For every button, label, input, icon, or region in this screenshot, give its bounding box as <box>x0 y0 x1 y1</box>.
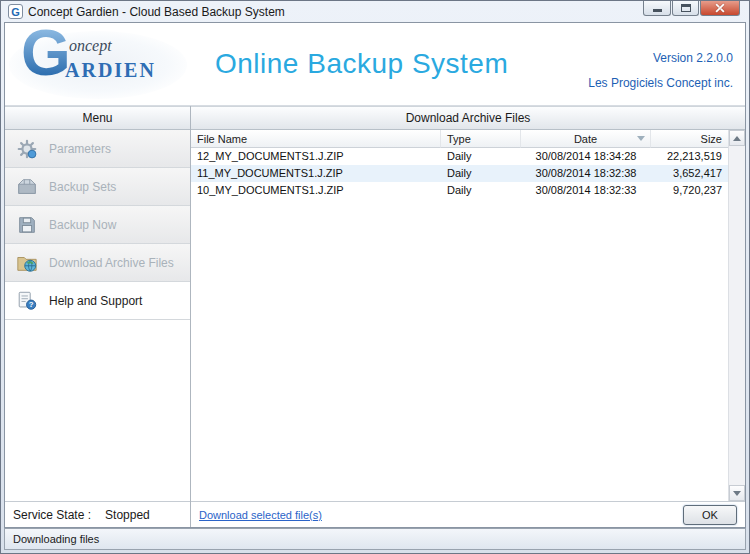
sidebar: Menu Parameters <box>5 106 191 527</box>
column-label: File Name <box>197 133 247 145</box>
maximize-icon <box>681 4 691 12</box>
minimize-icon <box>653 9 662 12</box>
cell-date: 30/08/2014 18:32:38 <box>521 165 651 182</box>
column-header-size[interactable]: Size <box>651 130 728 148</box>
body: Menu Parameters <box>5 106 745 527</box>
sidebar-item-label: Download Archive Files <box>49 256 174 270</box>
sidebar-item-parameters[interactable]: Parameters <box>5 130 190 168</box>
cell-file-name: 11_MY_DOCUMENTS1.J.ZIP <box>191 165 441 182</box>
close-icon <box>714 2 726 14</box>
logo-text-gardien: ARDIEN <box>65 59 156 82</box>
archive-files-table: File Name Type Date Size <box>191 130 745 501</box>
save-disk-icon <box>15 214 39 236</box>
sidebar-item-label: Help and Support <box>49 294 142 308</box>
backup-sets-icon <box>15 176 39 198</box>
main-panel: Download Archive Files File Name Type Da… <box>191 106 745 527</box>
service-state-value: Stopped <box>105 508 150 522</box>
grid-rows: 12_MY_DOCUMENTS1.J.ZIP Daily 30/08/2014 … <box>191 148 728 501</box>
app-logo: G oncept ARDIEN <box>5 23 193 105</box>
grid: File Name Type Date Size <box>191 130 728 501</box>
sidebar-item-label: Backup Now <box>49 218 116 232</box>
ok-button[interactable]: OK <box>683 505 737 525</box>
version-label: Version 2.2.0.0 <box>653 51 733 65</box>
service-state: Service State : Stopped <box>5 501 190 527</box>
logo-letter-g: G <box>21 21 71 85</box>
status-text: Downloading files <box>13 533 99 545</box>
vertical-scrollbar[interactable] <box>728 130 745 501</box>
download-selected-link[interactable]: Download selected file(s) <box>199 509 322 521</box>
main-panel-header: Download Archive Files <box>191 106 745 130</box>
sidebar-item-download-archive-files[interactable]: Download Archive Files <box>5 244 190 282</box>
app-header: G oncept ARDIEN Online Backup System Ver… <box>5 23 745 106</box>
column-label: Type <box>447 133 471 145</box>
logo-text-concept: oncept <box>69 37 112 55</box>
cell-file-name: 12_MY_DOCUMENTS1.J.ZIP <box>191 148 441 165</box>
column-label: Date <box>574 133 597 145</box>
column-header-type[interactable]: Type <box>441 130 521 148</box>
main-footer: Download selected file(s) OK <box>191 501 745 527</box>
globe-folder-icon <box>15 252 39 274</box>
column-header-file-name[interactable]: File Name <box>191 130 441 148</box>
service-state-label: Service State : <box>13 508 91 522</box>
sidebar-spacer <box>5 320 190 501</box>
cell-type: Daily <box>441 182 521 199</box>
scroll-down-button[interactable] <box>729 485 745 501</box>
cell-date: 30/08/2014 18:34:28 <box>521 148 651 165</box>
sidebar-item-backup-sets[interactable]: Backup Sets <box>5 168 190 206</box>
up-arrow-icon <box>733 136 741 141</box>
menu-header: Menu <box>5 106 190 130</box>
down-arrow-icon <box>733 491 741 496</box>
minimize-button[interactable] <box>643 1 671 16</box>
column-label: Size <box>701 133 722 145</box>
sidebar-item-backup-now[interactable]: Backup Now <box>5 206 190 244</box>
sort-desc-icon <box>637 136 645 141</box>
statusbar: Downloading files <box>4 528 746 550</box>
gear-icon <box>15 138 39 160</box>
header-right: Version 2.2.0.0 Les Progiciels Concept i… <box>588 29 745 100</box>
maximize-button[interactable] <box>672 1 699 16</box>
table-row[interactable]: 12_MY_DOCUMENTS1.J.ZIP Daily 30/08/2014 … <box>191 148 728 165</box>
close-button[interactable] <box>700 1 740 16</box>
grid-header: File Name Type Date Size <box>191 130 728 148</box>
column-header-date[interactable]: Date <box>521 130 651 148</box>
table-row[interactable]: 10_MY_DOCUMENTS1.J.ZIP Daily 30/08/2014 … <box>191 182 728 199</box>
cell-file-name: 10_MY_DOCUMENTS1.J.ZIP <box>191 182 441 199</box>
sidebar-item-label: Backup Sets <box>49 180 116 194</box>
cell-size: 9,720,237 <box>651 182 728 199</box>
cell-type: Daily <box>441 165 521 182</box>
cell-type: Daily <box>441 148 521 165</box>
table-row[interactable]: 11_MY_DOCUMENTS1.J.ZIP Daily 30/08/2014 … <box>191 165 728 182</box>
titlebar: G Concept Gardien - Cloud Based Backup S… <box>4 1 746 22</box>
scroll-up-button[interactable] <box>729 130 745 146</box>
content-frame: G oncept ARDIEN Online Backup System Ver… <box>4 22 746 528</box>
help-icon: ? <box>15 290 39 312</box>
sidebar-item-label: Parameters <box>49 142 111 156</box>
app-title: Online Backup System <box>215 48 508 80</box>
cell-date: 30/08/2014 18:32:33 <box>521 182 651 199</box>
svg-text:?: ? <box>29 300 34 309</box>
sidebar-item-help-and-support[interactable]: ? Help and Support <box>5 282 190 320</box>
window-controls <box>642 1 740 16</box>
app-window: G Concept Gardien - Cloud Based Backup S… <box>0 0 750 554</box>
cell-size: 22,213,519 <box>651 148 728 165</box>
company-label: Les Progiciels Concept inc. <box>588 76 733 90</box>
cell-size: 3,652,417 <box>651 165 728 182</box>
